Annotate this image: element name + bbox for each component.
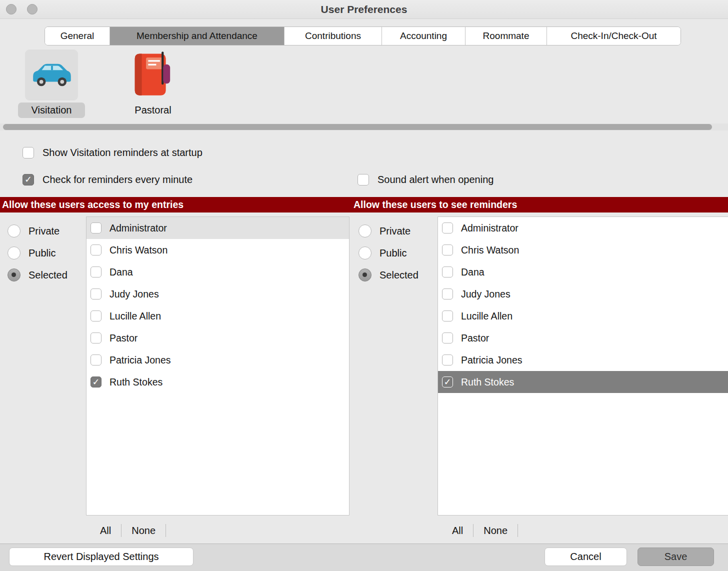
car-icon (28, 58, 75, 92)
user-row[interactable]: Administrator (438, 217, 728, 239)
user-preferences-window: User Preferences General Membership and … (0, 0, 728, 571)
footer-bar: Revert Displayed Settings Cancel Save (0, 544, 728, 571)
user-row[interactable]: Pastor (438, 327, 728, 349)
access-all-button[interactable]: All (90, 522, 121, 538)
user-row[interactable]: Dana (86, 261, 349, 283)
user-row[interactable]: Judy Jones (438, 283, 728, 305)
access-selected-radio[interactable] (8, 268, 20, 282)
access-private-radio[interactable] (8, 224, 20, 238)
tab-accounting[interactable]: Accounting (382, 27, 466, 45)
reminders-public-radio[interactable] (358, 246, 372, 260)
user-name: Lucille Allen (110, 310, 161, 322)
user-checkbox[interactable] (90, 266, 102, 278)
access-none-button[interactable]: None (122, 522, 166, 538)
cancel-button[interactable]: Cancel (544, 548, 627, 566)
reminders-all-button[interactable]: All (442, 522, 473, 538)
user-checkbox[interactable] (90, 354, 102, 366)
user-name: Pastor (461, 332, 489, 344)
reminders-private-radio[interactable] (358, 224, 372, 238)
reminders-section-header: Allow these users to see reminders (352, 197, 728, 212)
access-private-label: Private (28, 226, 60, 237)
reminders-public-option[interactable]: Public (358, 246, 406, 260)
user-name: Administrator (461, 222, 518, 234)
user-row[interactable]: Chris Watson (438, 239, 728, 261)
divider (166, 524, 166, 537)
user-checkbox[interactable] (442, 244, 453, 256)
user-row[interactable]: Patricia Jones (438, 349, 728, 371)
option-check-every-minute[interactable]: Check for reminders every minute (22, 173, 192, 186)
journal-icon (131, 50, 175, 100)
preferences-tab-bar: General Membership and Attendance Contri… (44, 26, 681, 46)
access-public-radio[interactable] (8, 246, 20, 260)
subsection-visitation-label[interactable]: Visitation (18, 102, 85, 118)
reminders-list-actions: All None (442, 522, 518, 538)
reminders-none-button[interactable]: None (474, 522, 518, 538)
user-row[interactable]: Pastor (86, 327, 349, 349)
show-startup-label: Show Visitation reminders at startup (42, 147, 202, 158)
sound-alert-label: Sound alert when opening (378, 174, 494, 186)
user-checkbox[interactable] (442, 376, 453, 388)
access-list-actions: All None (90, 522, 166, 538)
sound-alert-checkbox[interactable] (358, 174, 369, 186)
user-name: Patricia Jones (461, 354, 522, 366)
user-row[interactable]: Ruth Stokes (86, 371, 349, 393)
window-title: User Preferences (0, 0, 728, 19)
user-checkbox[interactable] (442, 354, 453, 366)
user-row[interactable]: Administrator (86, 217, 349, 239)
user-row[interactable]: Lucille Allen (86, 305, 349, 327)
reminders-selected-label: Selected (380, 270, 418, 281)
user-checkbox[interactable] (90, 222, 102, 234)
user-checkbox[interactable] (90, 332, 102, 344)
user-checkbox[interactable] (442, 266, 453, 278)
user-name: Judy Jones (461, 288, 510, 300)
horizontal-scrollbar[interactable] (0, 124, 728, 130)
option-show-startup-reminders[interactable]: Show Visitation reminders at startup (22, 146, 202, 159)
user-row[interactable]: Chris Watson (86, 239, 349, 261)
tab-membership-and-attendance[interactable]: Membership and Attendance (110, 27, 284, 45)
reminders-selected-option[interactable]: Selected (358, 268, 418, 282)
access-selected-option[interactable]: Selected (8, 268, 68, 282)
access-user-list: Administrator Chris Watson Dana Judy Jon… (86, 216, 350, 516)
user-row[interactable]: Ruth Stokes (438, 371, 728, 393)
user-name: Patricia Jones (110, 354, 170, 366)
reminders-private-option[interactable]: Private (358, 224, 410, 238)
check-every-minute-checkbox[interactable] (22, 174, 34, 186)
access-public-option[interactable]: Public (8, 246, 56, 260)
subsection-visitation[interactable] (25, 50, 78, 100)
tab-contributions[interactable]: Contributions (284, 27, 382, 45)
user-checkbox[interactable] (90, 244, 102, 256)
user-name: Judy Jones (110, 288, 159, 300)
subsection-pastoral[interactable] (129, 50, 177, 100)
reminders-public-label: Public (380, 248, 406, 259)
tab-general[interactable]: General (45, 27, 110, 45)
user-checkbox[interactable] (90, 376, 102, 388)
subsection-pastoral-label[interactable]: Pastoral (124, 102, 182, 118)
option-sound-alert[interactable]: Sound alert when opening (358, 173, 494, 186)
show-startup-checkbox[interactable] (22, 147, 34, 158)
user-name: Administrator (110, 222, 167, 234)
user-checkbox[interactable] (90, 288, 102, 300)
user-name: Dana (461, 266, 484, 278)
scrollbar-thumb[interactable] (3, 124, 712, 130)
user-checkbox[interactable] (442, 222, 453, 234)
user-row[interactable]: Patricia Jones (86, 349, 349, 371)
tab-roommate[interactable]: Roommate (466, 27, 547, 45)
revert-settings-button[interactable]: Revert Displayed Settings (9, 548, 194, 566)
user-name: Chris Watson (461, 244, 519, 256)
user-name: Ruth Stokes (110, 376, 162, 388)
user-checkbox[interactable] (442, 288, 453, 300)
access-selected-label: Selected (28, 270, 68, 281)
title-bar: User Preferences (0, 0, 728, 19)
access-private-option[interactable]: Private (8, 224, 60, 238)
user-row[interactable]: Judy Jones (86, 283, 349, 305)
user-checkbox[interactable] (442, 332, 453, 344)
user-checkbox[interactable] (442, 310, 453, 322)
reminders-private-label: Private (380, 226, 410, 237)
user-row[interactable]: Dana (438, 261, 728, 283)
user-row[interactable]: Lucille Allen (438, 305, 728, 327)
reminders-selected-radio[interactable] (358, 268, 372, 282)
user-checkbox[interactable] (90, 310, 102, 322)
user-name: Lucille Allen (461, 310, 512, 322)
save-button[interactable]: Save (638, 548, 714, 566)
tab-check-in-check-out[interactable]: Check-In/Check-Out (547, 27, 680, 45)
